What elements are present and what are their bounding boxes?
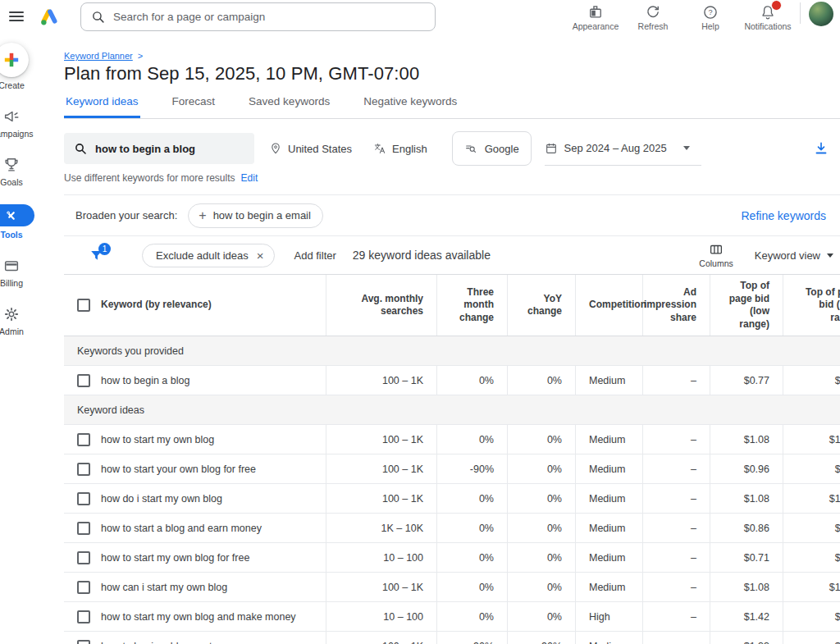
tools-active-pill (0, 204, 34, 226)
refine-keywords-link[interactable]: Refine keywords (742, 209, 827, 222)
keywords-table: Keyword (by relevance) Avg. monthly sear… (64, 274, 840, 644)
plus-icon (3, 52, 20, 68)
section-row: Keywords you provided (64, 336, 840, 366)
sidebar-item-campaigns[interactable]: Campaigns (0, 107, 34, 139)
cell-ad_share: – (643, 454, 710, 483)
google-ads-logo[interactable] (33, 6, 66, 27)
cell-top_low: $1.08 (710, 484, 783, 513)
table-row[interactable]: how to start my own blog100 – 1K0%0%Medi… (64, 425, 840, 454)
keyword-search-chip[interactable]: how to begin a blog (64, 133, 254, 164)
table-row[interactable]: how to start my own blog and make money1… (64, 602, 840, 632)
table-row[interactable]: how to start a blog and earn money1K – 1… (64, 514, 840, 543)
date-range-selector[interactable]: Sep 2024 – Aug 2025 (545, 131, 701, 166)
help-label: Help (701, 21, 719, 31)
create-button[interactable] (0, 43, 29, 77)
header-yoy-change[interactable]: YoY change (508, 275, 576, 336)
row-checkbox[interactable] (77, 374, 90, 387)
filter-button[interactable]: 1 (89, 248, 104, 263)
header-avg-monthly-searches[interactable]: Avg. monthly searches (326, 275, 437, 336)
breadcrumb-link[interactable]: Keyword Planner (64, 51, 133, 61)
row-checkbox[interactable] (77, 610, 90, 623)
row-checkbox[interactable] (77, 433, 90, 446)
header-top-of-page-bid-low[interactable]: Top of page bid (low range) (710, 275, 783, 336)
select-all-checkbox[interactable] (77, 299, 90, 312)
notifications-button[interactable]: Notifications (739, 2, 797, 31)
cell-yoy: 0% (508, 602, 576, 631)
sidebar-label-billing: Billing (0, 278, 23, 288)
cell-keyword: how to start my own blog for free (64, 543, 326, 572)
cell-ad_share: – (643, 573, 710, 601)
row-checkbox[interactable] (77, 522, 90, 535)
tab-saved-keywords[interactable]: Saved keywords (247, 92, 331, 118)
language-value: English (392, 143, 427, 155)
tab-keyword-ideas[interactable]: Keyword ideas (64, 92, 140, 118)
filter-chip-label: Exclude adult ideas (156, 249, 249, 262)
sidebar-item-create[interactable]: Create (0, 43, 29, 90)
cell-keyword: how can i start my own blog (64, 573, 326, 601)
row-checkbox[interactable] (77, 463, 90, 476)
cell-searches: 10 – 100 (326, 602, 437, 631)
cell-keyword: how to begin a blog post (64, 632, 326, 644)
cell-top_low: $1.33 (710, 632, 783, 644)
table-row[interactable]: how to begin a blog100 – 1K0%0%Medium–$0… (64, 366, 840, 395)
location-selector[interactable]: United States (269, 142, 352, 155)
exclude-adult-ideas-chip[interactable]: Exclude adult ideas × (142, 244, 275, 267)
table-row[interactable]: how to start your own blog for free100 –… (64, 454, 840, 484)
account-avatar[interactable] (809, 2, 833, 26)
appearance-button[interactable]: Appearance (567, 2, 624, 31)
sidebar-item-goals[interactable]: Goals (0, 156, 22, 187)
table-row[interactable]: how to start my own blog for free10 – 10… (64, 543, 840, 573)
download-button[interactable] (813, 140, 829, 157)
refresh-button[interactable]: Refresh (624, 2, 682, 31)
row-checkbox[interactable] (77, 551, 90, 564)
help-button[interactable]: ? Help (682, 2, 739, 31)
keyword-text: how do i start my own blog (101, 493, 222, 505)
row-checkbox[interactable] (77, 492, 90, 505)
table-row[interactable]: how can i start my own blog100 – 1K0%0%M… (64, 573, 840, 602)
columns-button[interactable]: Columns (699, 242, 733, 268)
network-selector[interactable]: Google (452, 131, 532, 166)
columns-label: Columns (699, 258, 733, 268)
location-value: United States (288, 143, 352, 155)
credit-card-icon (2, 257, 21, 275)
sidebar-item-billing[interactable]: Billing (0, 257, 23, 288)
sidebar-item-tools[interactable]: Tools (0, 204, 34, 240)
header-ad-impression-share[interactable]: Ad impression share (643, 275, 710, 336)
search-icon (91, 10, 105, 24)
cell-three_month: 0% (437, 573, 508, 601)
global-search[interactable] (80, 2, 436, 31)
global-search-input[interactable] (113, 11, 425, 23)
row-checkbox[interactable] (77, 581, 90, 594)
broaden-chip-label: how to begin a email (213, 209, 311, 222)
header-three-month-change[interactable]: Three month change (437, 275, 508, 336)
cell-three_month: 0% (437, 602, 508, 631)
sidebar-item-admin[interactable]: Admin (0, 305, 24, 336)
table-row[interactable]: how to begin a blog post100 – 1K-90%-90%… (64, 632, 840, 644)
table-row[interactable]: how do i start my own blog100 – 1K0%0%Me… (64, 484, 840, 514)
close-icon[interactable]: × (257, 249, 264, 262)
cell-three_month: 0% (437, 514, 508, 542)
header-top-of-page-bid-high[interactable]: Top of page bid (high range) (783, 275, 840, 336)
cell-yoy: 0% (508, 425, 576, 454)
topbar-divider (800, 2, 801, 24)
table-body: Keywords you providedhow to begin a blog… (64, 336, 840, 644)
view-selector[interactable]: Keyword view (755, 249, 833, 262)
cell-searches: 100 – 1K (326, 366, 437, 395)
header-competition[interactable]: Competition (576, 275, 643, 336)
cell-yoy: 0% (508, 484, 576, 513)
cell-keyword: how do i start my own blog (64, 484, 326, 513)
row-checkbox[interactable] (77, 640, 90, 644)
add-filter-button[interactable]: Add filter (294, 249, 336, 262)
ideas-count: 29 keyword ideas available (353, 249, 491, 262)
tab-forecast[interactable]: Forecast (171, 92, 217, 118)
notifications-label: Notifications (744, 21, 791, 31)
menu-button[interactable] (0, 0, 33, 33)
edit-link[interactable]: Edit (241, 172, 258, 184)
language-selector[interactable]: English (373, 142, 427, 155)
broaden-suggestion-chip[interactable]: + how to begin a email (188, 203, 323, 228)
tab-negative-keywords[interactable]: Negative keywords (362, 92, 459, 118)
cell-searches: 100 – 1K (326, 425, 437, 454)
topbar: Appearance Refresh ? Help Notifications (0, 0, 840, 33)
network-value: Google (485, 143, 519, 155)
cell-top_low: $1.08 (710, 573, 783, 601)
